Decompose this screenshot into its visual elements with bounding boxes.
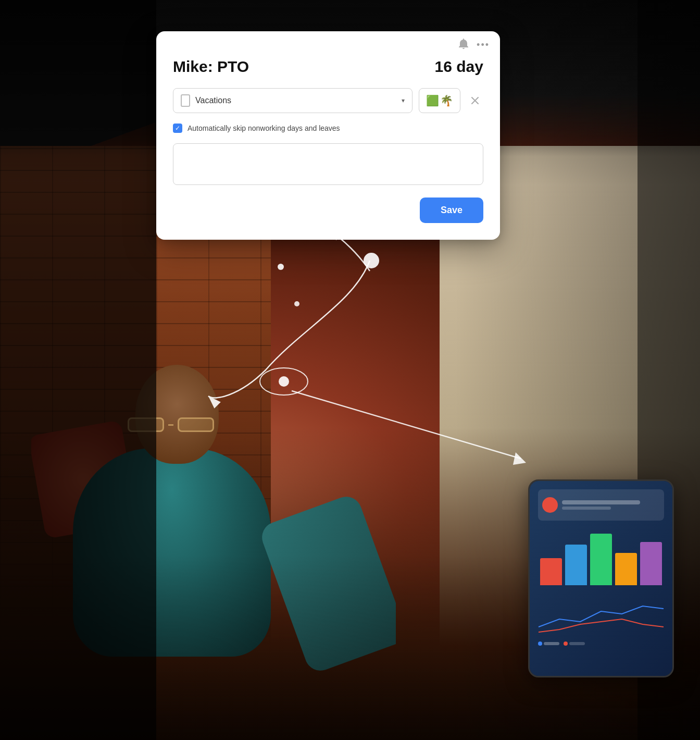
phone-icon [181,94,190,107]
modal-header: Mike: PTO 16 day [173,58,483,76]
more-options-icon[interactable]: ••• [477,40,490,51]
annotation-dot-3 [364,253,379,268]
close-button[interactable] [467,92,483,109]
modal-row-select: Vacations ▾ 🟩 🌴 [173,88,483,113]
svg-point-2 [279,376,289,387]
annotation-circle [258,360,310,396]
checkbox-row: ✓ Automatically skip nonworking days and… [173,124,483,133]
select-label: Vacations [195,96,402,105]
left-dark-bar [0,0,156,740]
skip-days-checkbox[interactable]: ✓ [173,124,182,133]
annotation-dot-1 [278,264,284,270]
palm-tree-icon: 🌴 [440,94,453,107]
bell-icon[interactable] [459,39,468,52]
checkbox-label: Automatically skip nonworking days and l… [188,124,340,132]
modal-title: Mike: PTO [173,58,249,76]
annotation-dot-2 [294,301,299,306]
save-button[interactable]: Save [420,198,483,223]
modal-content: Mike: PTO 16 day Vacations ▾ 🟩 🌴 [156,56,500,240]
modal-top-bar: ••• [156,31,500,56]
vacation-type-select[interactable]: Vacations ▾ [173,88,413,113]
emoji-display-box: 🟩 🌴 [419,88,460,113]
chevron-down-icon: ▾ [402,97,405,104]
tablet-screen [530,481,672,676]
green-bar-icon: 🟩 [426,94,439,107]
check-icon: ✓ [175,125,180,131]
modal-card: ••• Mike: PTO 16 day Vacations ▾ 🟩 🌴 [156,31,500,240]
notes-textarea[interactable] [173,143,483,185]
day-count: 16 day [435,58,483,76]
tablet-device [528,479,674,677]
